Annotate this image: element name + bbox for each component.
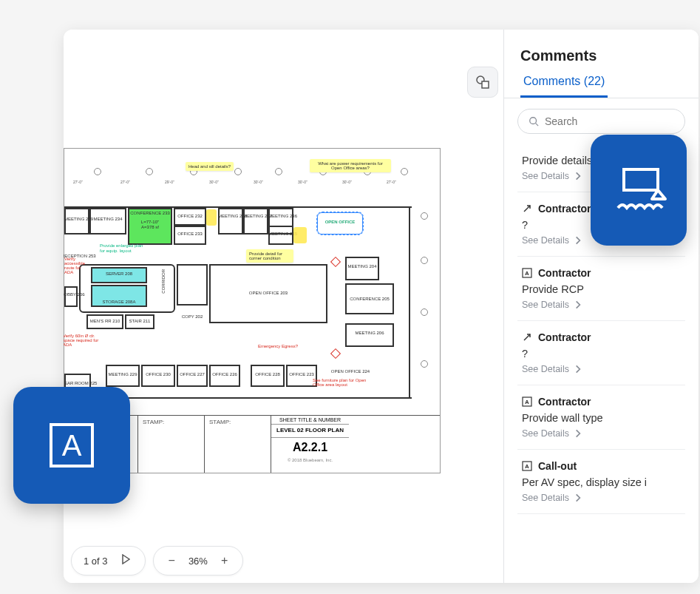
- room: LOBBY 256: [64, 292, 81, 297]
- room-meeting-234: MEETING 234: [89, 217, 126, 222]
- zoom-out-button[interactable]: −: [166, 554, 178, 567]
- box-a-icon: A: [522, 268, 532, 278]
- room-corridor: CORRIDOR: [161, 269, 166, 294]
- room: OFFICE 226: [209, 372, 240, 377]
- stamp-icon: [608, 159, 670, 221]
- callout-egress[interactable]: Emergency Egress?: [258, 344, 298, 348]
- panel-title: Comments: [504, 30, 699, 75]
- zoom-in-button[interactable]: +: [218, 554, 231, 567]
- markup-highlight[interactable]: [293, 227, 307, 243]
- page-nav: 1 of 3: [71, 546, 146, 576]
- markup-highlight[interactable]: [206, 209, 217, 226]
- chevron-right-icon: [573, 235, 583, 246]
- room-office-233: OFFICE 233: [174, 232, 206, 237]
- svg-rect-14: [624, 169, 658, 190]
- see-details-link[interactable]: See Details: [522, 300, 681, 310]
- box-a-icon: A: [522, 461, 532, 471]
- search-input-wrap[interactable]: [517, 109, 685, 134]
- sheet-title: LEVEL 02 FLOOR PLAN: [271, 425, 349, 438]
- svg-text:A: A: [62, 429, 82, 462]
- comment-author: Contractor: [538, 267, 591, 279]
- room: OFFICE 228: [251, 372, 285, 377]
- viewer-toolbar: 1 of 3 − 36% +: [71, 546, 243, 576]
- arrow-icon: [522, 332, 532, 342]
- sheet-number: A2.2.1: [271, 438, 349, 457]
- copyright: © 2018 Bluebeam, Inc.: [271, 457, 349, 463]
- comment-author: Contractor: [538, 396, 591, 408]
- room: MEETING 204: [345, 264, 379, 269]
- comment-author: Contractor: [538, 203, 591, 215]
- comment-text: Provide RCP: [522, 283, 681, 295]
- svg-line-4: [524, 206, 530, 212]
- chevron-right-icon: [573, 428, 583, 439]
- room-office-232: OFFICE 232: [174, 214, 206, 219]
- comment-text: Provide wall type: [522, 412, 681, 424]
- next-page-button[interactable]: [118, 554, 133, 567]
- comments-tab[interactable]: Comments (22): [504, 75, 699, 98]
- svg-line-3: [536, 124, 539, 126]
- floor-plan: 27'-0"27'-0" 29'-0"30'-0" 30'-0"30'-0" 3…: [64, 168, 432, 405]
- room: OFFICE 230: [141, 372, 175, 377]
- room: MEETING 206: [345, 331, 394, 336]
- badge-text-box-icon: A: [13, 387, 130, 504]
- drawing-viewer: 27'-0"27'-0" 29'-0"30'-0" 30'-0"30'-0" 3…: [64, 30, 503, 583]
- arrow-icon: [522, 203, 532, 214]
- room: MEETING 236: [268, 214, 293, 219]
- search-input[interactable]: [545, 115, 674, 127]
- room-copy: COPY 202: [177, 314, 208, 320]
- room: MEETING 235: [268, 232, 293, 237]
- room: OFFICE 227: [177, 372, 208, 377]
- search-icon: [529, 116, 539, 126]
- room: MEETING 238: [218, 214, 243, 219]
- svg-text:A: A: [525, 399, 529, 405]
- comment-author: Call-out: [538, 460, 577, 472]
- comment-author: Contractor: [538, 331, 591, 343]
- svg-text:A: A: [525, 270, 529, 277]
- shapes-tool-button[interactable]: [467, 67, 498, 98]
- comment-item[interactable]: AContractor Provide RCP See Details: [517, 257, 685, 321]
- room-storage: STORAGE 208A: [91, 300, 147, 305]
- callout-corner[interactable]: Provide detail for corner condition: [246, 249, 293, 263]
- svg-line-7: [524, 334, 530, 340]
- callout-head-sill[interactable]: Head and sill details?: [186, 162, 234, 171]
- comment-text: ?: [522, 348, 681, 360]
- room-stair: STAIR 211: [125, 319, 154, 324]
- stamp-cell: STAMP:: [138, 416, 205, 473]
- room-conference-233: CONFERENCE 233: [128, 211, 172, 216]
- page-indicator: 1 of 3: [84, 556, 108, 567]
- room: MEETING 229: [106, 372, 140, 377]
- text-box-a-icon: A: [45, 419, 98, 472]
- tab-label: Comments (22): [520, 75, 608, 98]
- comment-item[interactable]: AContractor Provide wall type See Detail…: [517, 385, 685, 450]
- see-details-link[interactable]: See Details: [522, 364, 681, 374]
- see-details-link[interactable]: See Details: [522, 428, 681, 439]
- callout-clr[interactable]: Verify 60in Ø clr. space required for AD…: [64, 334, 101, 347]
- comment-text: Per AV spec, display size i: [522, 476, 681, 488]
- box-a-icon: A: [522, 396, 532, 407]
- room-meeting-239: MEETING 239: [64, 217, 89, 222]
- svg-rect-1: [482, 81, 489, 88]
- room-mensrr: MEN'S RR 210: [86, 319, 123, 324]
- sheet-header: SHEET TITLE & NUMBER: [271, 416, 349, 425]
- callout-power[interactable]: What are power requirements for Open Off…: [310, 159, 391, 172]
- callout-ada[interactable]: Verify accessible route for ADA: [64, 257, 91, 274]
- comment-item[interactable]: Contractor ? See Details: [517, 321, 685, 385]
- chevron-right-icon: [573, 171, 583, 181]
- svg-point-2: [530, 118, 537, 124]
- shapes-icon: [475, 75, 490, 90]
- comments-panel: Comments Comments (22) Provide details S…: [503, 30, 699, 583]
- see-details-link[interactable]: See Details: [522, 493, 681, 503]
- callout-enlarged[interactable]: Provide enlarged plan for equip. layout: [100, 243, 147, 253]
- chevron-right-icon: [573, 364, 583, 374]
- room-conf-205: CONFERENCE 205: [345, 297, 394, 302]
- callout-furniture[interactable]: See furniture plan for Open Office area …: [313, 378, 372, 387]
- room-server: SERVER 208: [91, 271, 147, 277]
- room: OFFICE 223: [286, 372, 317, 377]
- badge-stamp-icon: [591, 135, 687, 246]
- room: MEETING 237: [243, 214, 268, 219]
- app-window: 27'-0"27'-0" 29'-0"30'-0" 30'-0"30'-0" 3…: [64, 30, 699, 583]
- comment-item[interactable]: ACall-out Per AV spec, display size i Se…: [517, 450, 685, 514]
- zoom-indicator: 36%: [188, 556, 208, 567]
- svg-text:A: A: [525, 463, 529, 470]
- chevron-right-icon: [573, 493, 583, 503]
